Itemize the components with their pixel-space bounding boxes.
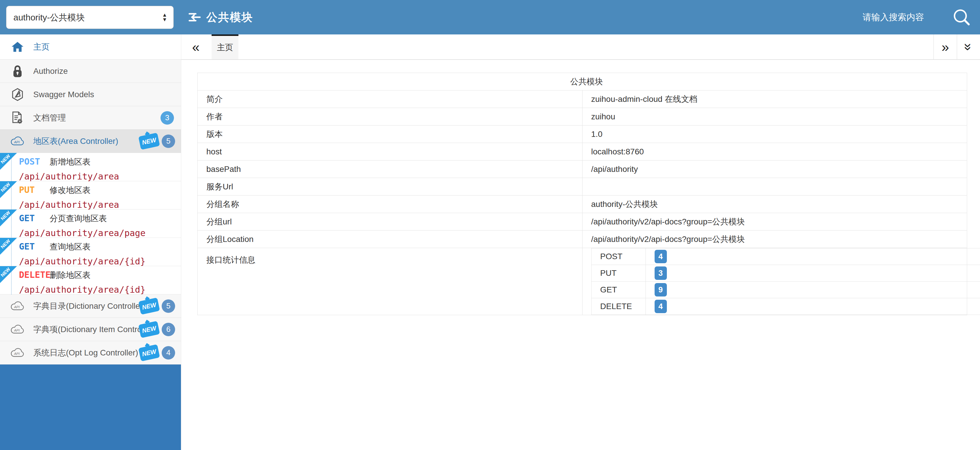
row-value: zuihou-admin-cloud 在线文档 [582,91,967,108]
lock-icon [10,65,25,78]
api-path: /api/authority/area/{id} [19,285,181,295]
stats-count-badge: 4 [655,300,667,313]
tab-home[interactable]: 主页 [212,35,239,59]
stats-method: PUT [591,265,646,281]
api-item-put-area[interactable]: NEW PUT 修改地区表 /api/authority/area [0,181,181,210]
row-label: basePath [197,161,582,178]
sidebar-item-area-controller[interactable]: API 地区表(Area Controller) NEW 5 [0,130,181,153]
row-value: localhost:8760 [582,143,967,161]
tabbar-spacer [239,35,933,59]
sidebar-item-swagger-models[interactable]: Swagger Models [0,83,181,106]
stats-label: 接口统计信息 [197,248,582,315]
api-path: /api/authority/area/{id} [19,256,181,266]
sidebar-item-label: 文档管理 [33,112,66,124]
doc-table-title: 公共模块 [197,73,967,91]
api-title: 查询地区表 [49,241,91,253]
api-item-post-area[interactable]: NEW POST 新增地区表 /api/authority/area [0,153,181,181]
api-item-get-area-page[interactable]: NEW GET 分页查询地区表 /api/authority/area/page [0,210,181,238]
stats-count-badge: 3 [655,266,667,280]
sidebar-item-label: Swagger Models [33,90,94,99]
api-method: PUT [19,185,49,195]
header-search [799,8,970,26]
row-label: 分组名称 [197,196,582,213]
new-badge: NEW [138,297,160,315]
api-method: GET [19,213,49,223]
chevron-double-left-icon: « [192,39,200,55]
sidebar-item-dictionary-item-controller[interactable]: API 字典项(Dictionary Item Controller) NEW … [0,318,181,341]
api-path: /api/authority/area/page [19,228,181,238]
outdent-logo-icon [188,12,201,23]
api-cloud-icon: API [10,136,25,146]
api-title: 删除地区表 [49,270,91,281]
header-title-wrap: 公共模块 [188,10,253,25]
swagger-doc-app: authority-公共模块 ▲▼ 公共模块 [0,0,980,450]
row-label: 分组Location [197,231,582,248]
row-label: 服务Url [197,178,582,196]
api-count-badge: 5 [162,135,175,148]
sidebar-item-label: Authorize [33,67,68,76]
new-badge: NEW [138,132,160,150]
sidebar-item-dictionary-controller[interactable]: API 字典目录(Dictionary Controller) NEW 5 [0,294,181,318]
table-row: 作者 zuihou [197,108,967,126]
group-select[interactable]: authority-公共模块 [6,6,173,29]
row-value: /api/authority [582,161,967,178]
table-row: 分组Location /api/authority/v2/api-docs?gr… [197,231,967,248]
sidebar-item-home[interactable]: 主页 [0,35,181,60]
new-corner-icon: NEW [0,181,17,198]
search-input[interactable] [799,12,924,22]
doc-content: 公共模块 简介 zuihou-admin-cloud 在线文档 作者 zuiho… [181,60,980,450]
api-method: DELETE [19,270,49,280]
doc-gear-icon [10,111,25,125]
api-path: /api/authority/area [19,200,181,210]
controller-label: 地区表(Area Controller) [33,136,118,147]
doc-info-table: 公共模块 简介 zuihou-admin-cloud 在线文档 作者 zuiho… [197,73,967,315]
search-icon[interactable] [953,8,970,26]
row-value [582,178,967,196]
new-corner-icon: NEW [0,238,17,255]
api-title: 分页查询地区表 [49,213,107,224]
row-label: 作者 [197,108,582,126]
sidebar: 主页 Authorize [0,35,181,450]
api-count-badge: 5 [162,299,175,313]
sidebar-item-opt-log-controller[interactable]: API 系统日志(Opt Log Controller) NEW 4 [0,341,181,364]
table-row: 公共模块 [197,73,967,91]
table-row-stats: 接口统计信息 POST 4 PUT 3 [197,248,967,315]
api-count-badge: 4 [162,346,175,359]
tabs-collapse-button[interactable]: » [957,35,980,59]
row-label: 分组url [197,213,582,231]
api-count-badge: 6 [162,323,175,336]
body-row: 主页 Authorize [0,35,980,450]
api-item-delete-area-id[interactable]: NEW DELETE 删除地区表 /api/authority/area/{id… [0,266,181,294]
sidebar-item-authorize[interactable]: Authorize [0,60,181,83]
method-stats-table: POST 4 PUT 3 GET 9 [591,248,980,315]
api-list-area-controller: NEW POST 新增地区表 /api/authority/area NEW P… [0,153,181,294]
row-label: host [197,143,582,161]
home-icon [10,41,25,53]
controller-label: 系统日志(Opt Log Controller) [33,347,138,358]
stats-row: PUT 3 [591,265,980,281]
stats-method: POST [591,248,646,265]
table-row: 分组url /api/authority/v2/api-docs?group=公… [197,213,967,231]
chevron-double-right-icon: » [942,39,949,55]
table-row: host localhost:8760 [197,143,967,161]
row-label: 版本 [197,126,582,143]
stats-row: POST 4 [591,248,980,265]
new-corner-icon: NEW [0,266,17,283]
stats-row: GET 9 [591,281,980,298]
new-badge: NEW [138,321,160,338]
sidebar-item-doc-manage[interactable]: 文档管理 3 [0,106,181,130]
stats-count-badge: 9 [655,283,667,296]
controller-label: 字典目录(Dictionary Controller) [33,301,145,312]
main-panel: « 主页 » » 公共模块 简介 [181,35,980,450]
row-value: authority-公共模块 [582,196,967,213]
sidebar-footer [0,364,181,450]
row-label: 简介 [197,91,582,108]
api-method: POST [19,156,49,167]
row-value: /api/authority/v2/api-docs?group=公共模块 [582,213,967,231]
tabs-scroll-right-button[interactable]: » [933,35,957,59]
table-row: 服务Url [197,178,967,196]
api-item-get-area-id[interactable]: NEW GET 查询地区表 /api/authority/area/{id} [0,238,181,266]
svg-text:API: API [14,140,20,143]
tabs-scroll-left-button[interactable]: « [181,35,210,59]
stats-method: GET [591,281,646,298]
